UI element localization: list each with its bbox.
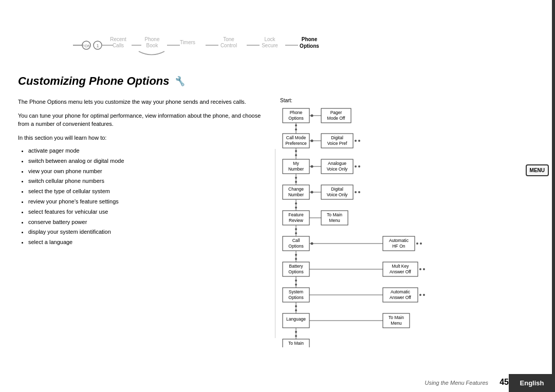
flow-diagram: Start: .fbox { fill: white; stroke: #333… bbox=[280, 98, 540, 348]
svg-text:Answer Off: Answer Off bbox=[390, 295, 412, 300]
left-column: The Phone Options menu lets you customiz… bbox=[18, 98, 265, 248]
svg-text:Options: Options bbox=[288, 244, 303, 249]
svg-text:Calls: Calls bbox=[113, 43, 124, 48]
menu-button[interactable]: MENU bbox=[526, 164, 549, 176]
svg-point-56 bbox=[355, 165, 357, 167]
svg-text:Answer Off: Answer Off bbox=[390, 269, 412, 274]
svg-text:Options: Options bbox=[288, 116, 303, 121]
svg-point-122 bbox=[423, 294, 425, 296]
svg-point-45 bbox=[295, 150, 297, 152]
svg-text:Call Mode: Call Mode bbox=[286, 135, 306, 140]
page-title-text: Customizing Phone Options bbox=[18, 74, 170, 88]
svg-text:Phone: Phone bbox=[290, 110, 303, 115]
svg-text:Review: Review bbox=[289, 218, 304, 223]
svg-text:Tone: Tone bbox=[223, 36, 234, 42]
breadcrumb-nav: FON 1 Recent Calls Phone Book Timers Ton… bbox=[72, 33, 462, 62]
svg-text:Options: Options bbox=[288, 269, 303, 274]
svg-text:Control: Control bbox=[220, 43, 237, 48]
svg-text:Analogue: Analogue bbox=[328, 161, 346, 166]
svg-text:Change: Change bbox=[288, 186, 304, 192]
list-item: activate pager mode bbox=[28, 146, 265, 156]
language-badge: English bbox=[509, 374, 555, 392]
svg-text:Menu: Menu bbox=[290, 346, 302, 347]
svg-text:Battery: Battery bbox=[289, 264, 304, 269]
svg-text:Timers: Timers bbox=[180, 40, 195, 45]
svg-text:Digital: Digital bbox=[331, 186, 343, 192]
list-item: conserve battery power bbox=[28, 217, 265, 228]
svg-point-96 bbox=[420, 242, 422, 245]
svg-text:Phone: Phone bbox=[302, 36, 318, 42]
svg-text:System: System bbox=[289, 289, 303, 294]
svg-text:Preference: Preference bbox=[285, 141, 307, 146]
list-item: select a language bbox=[28, 237, 265, 248]
svg-point-109 bbox=[423, 268, 425, 270]
bullet-list: activate pager mode switch between analo… bbox=[28, 146, 265, 248]
list-item: review your phone's feature settings bbox=[28, 197, 265, 207]
svg-text:Mult Key: Mult Key bbox=[392, 264, 409, 269]
svg-text:HF On: HF On bbox=[392, 244, 405, 249]
svg-text:Voice Only: Voice Only bbox=[327, 192, 348, 197]
svg-text:Feature: Feature bbox=[288, 212, 304, 217]
svg-point-95 bbox=[416, 242, 418, 245]
body-para1: The Phone Options menu lets you customiz… bbox=[18, 98, 265, 106]
svg-text:My: My bbox=[293, 161, 299, 166]
list-item: select features for vehicular use bbox=[28, 207, 265, 217]
bottom-bar: Using the Menu Features 45 English bbox=[0, 369, 555, 392]
list-item: select the type of cellular system bbox=[28, 186, 265, 197]
svg-text:Number: Number bbox=[288, 166, 304, 172]
svg-text:FON: FON bbox=[82, 44, 91, 48]
svg-text:Voice Pref: Voice Pref bbox=[327, 141, 347, 146]
svg-text:Call: Call bbox=[292, 238, 300, 243]
svg-text:Digital: Digital bbox=[331, 135, 343, 140]
svg-text:Lock: Lock bbox=[264, 36, 275, 42]
svg-text:Book: Book bbox=[146, 43, 159, 48]
svg-text:Recent: Recent bbox=[110, 36, 126, 42]
svg-text:Number: Number bbox=[288, 192, 304, 197]
svg-point-42 bbox=[355, 140, 357, 142]
svg-text:Language: Language bbox=[286, 316, 306, 322]
svg-text:Automatic: Automatic bbox=[391, 289, 411, 294]
page-number: 45 bbox=[499, 378, 509, 387]
caption-text: Using the Menu Features bbox=[424, 380, 488, 386]
svg-rect-0 bbox=[73, 45, 82, 46]
svg-text:Options: Options bbox=[288, 295, 303, 300]
list-item: view your own phone number bbox=[28, 166, 265, 177]
svg-text:To Main: To Main bbox=[288, 341, 304, 346]
svg-text:Automatic: Automatic bbox=[389, 238, 409, 243]
svg-point-57 bbox=[358, 165, 360, 167]
list-item: switch cellular phone numbers bbox=[28, 176, 265, 186]
svg-text:Options: Options bbox=[300, 43, 319, 49]
svg-text:Phone: Phone bbox=[145, 36, 160, 42]
svg-text:To Main: To Main bbox=[388, 315, 404, 320]
diagram-start-label: Start: bbox=[280, 98, 540, 103]
wrench-icon: 🔧 bbox=[174, 76, 185, 87]
page-title: Customizing Phone Options 🔧 bbox=[18, 74, 540, 88]
svg-text:1: 1 bbox=[96, 43, 99, 48]
svg-point-121 bbox=[419, 294, 421, 296]
svg-text:Secure: Secure bbox=[262, 43, 278, 48]
section-intro: In this section you will learn how to: bbox=[18, 134, 265, 142]
svg-text:Menu: Menu bbox=[329, 218, 340, 223]
body-para2: You can tune your phone for optimal perf… bbox=[18, 111, 265, 128]
svg-point-71 bbox=[358, 191, 360, 193]
svg-text:Menu: Menu bbox=[391, 321, 402, 326]
right-border bbox=[552, 0, 555, 392]
svg-text:Voice Only: Voice Only bbox=[327, 166, 348, 172]
svg-point-43 bbox=[358, 140, 360, 142]
list-item: switch between analog or digital mode bbox=[28, 156, 265, 166]
svg-text:Mode Off: Mode Off bbox=[327, 116, 345, 121]
main-content: Customizing Phone Options 🔧 The Phone Op… bbox=[18, 74, 540, 366]
svg-text:Pager: Pager bbox=[330, 110, 342, 115]
svg-text:To Main: To Main bbox=[327, 212, 342, 217]
section-divider bbox=[275, 149, 275, 338]
flow-diagram-svg: .fbox { fill: white; stroke: #333; strok… bbox=[280, 106, 486, 347]
list-item: display your system identification bbox=[28, 227, 265, 237]
svg-point-108 bbox=[419, 268, 421, 270]
svg-point-70 bbox=[355, 191, 357, 193]
